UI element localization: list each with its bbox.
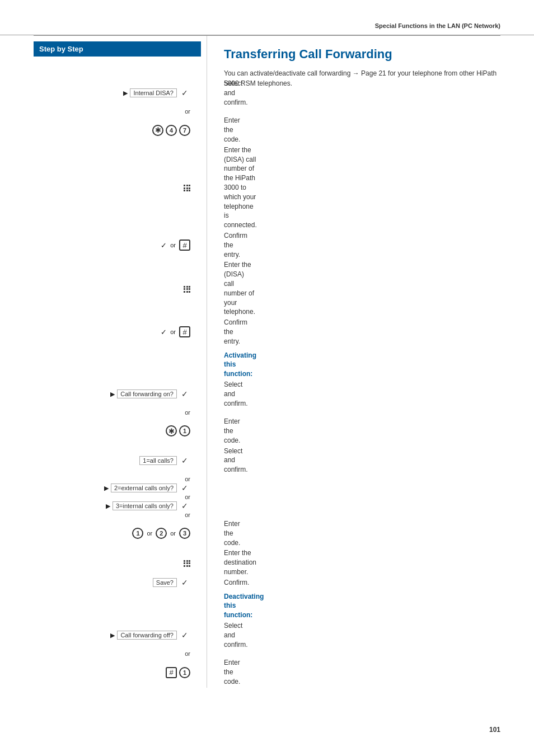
row-or1: or bbox=[34, 108, 201, 115]
row-or2: or bbox=[34, 409, 201, 416]
arrow-2-external: ▶ bbox=[104, 485, 109, 492]
row-check-or-hash1: ✓ or # Confirm the entry. bbox=[34, 231, 201, 259]
label-1-all-calls: 1=all calls? bbox=[139, 456, 177, 465]
num3-circle: 3 bbox=[179, 528, 190, 539]
left-2-external: ▶ 2=external calls only? ✓ bbox=[34, 483, 207, 492]
left-1-all-calls: 1=all calls? ✓ bbox=[34, 456, 207, 465]
or-text-ch1: or bbox=[170, 242, 176, 248]
num2-circle: 2 bbox=[156, 528, 167, 539]
left-code3: 1 or 2 or 3 bbox=[34, 528, 207, 539]
left-or1: or bbox=[34, 108, 207, 115]
left-or2: or bbox=[34, 409, 207, 416]
check-save: ✓ bbox=[179, 578, 190, 587]
step-by-step-label: Step by Step bbox=[34, 41, 201, 57]
row-3-internal: ▶ 3=internal calls only? ✓ bbox=[34, 501, 201, 510]
left-code1: ✱ 4 7 bbox=[34, 125, 207, 136]
keypad-icon-3 bbox=[184, 558, 190, 567]
label-internal-disa: Internal DISA? bbox=[130, 88, 177, 97]
arrow-internal-disa: ▶ bbox=[123, 90, 128, 97]
right-intro-column: Transferring Call Forwarding You can act… bbox=[207, 36, 500, 688]
left-code2: ✱ 1 bbox=[34, 425, 207, 436]
left-keypad2 bbox=[34, 284, 207, 293]
row-internal-disa: ▶ Internal DISA? ✓ Select and confirm. bbox=[34, 79, 201, 107]
num4-btn: 4 bbox=[166, 125, 177, 136]
left-column: Step by Step ▶ Internal DISA? ✓ Select a… bbox=[34, 36, 207, 688]
row-call-fwd-off: ▶ Call forwarding off? ✓ Select and conf… bbox=[34, 621, 201, 649]
hash-btn-1: # bbox=[179, 240, 190, 251]
row-1-all-calls: 1=all calls? ✓ Select and confirm. bbox=[34, 447, 201, 475]
label-call-fwd-on: Call forwarding on? bbox=[117, 389, 177, 398]
left-3-internal: ▶ 3=internal calls only? ✓ bbox=[34, 501, 207, 510]
left-call-fwd-on: ▶ Call forwarding on? ✓ bbox=[34, 389, 207, 398]
or-1-2: or bbox=[147, 530, 152, 537]
left-keypad3 bbox=[34, 558, 207, 567]
row-code3: 1 or 2 or 3 Enter the code. bbox=[34, 519, 201, 547]
or-2-3: or bbox=[170, 530, 176, 537]
check-2-external: ✓ bbox=[179, 483, 190, 492]
left-or6: or bbox=[34, 650, 207, 657]
or2-text: or bbox=[185, 409, 190, 416]
or-text-ch2: or bbox=[170, 328, 176, 335]
check-internal-disa: ✓ bbox=[179, 88, 190, 97]
row-code1: ✱ 4 7 Enter the code. bbox=[34, 116, 201, 144]
star-btn-2: ✱ bbox=[166, 425, 177, 436]
arrow-call-fwd-on: ▶ bbox=[110, 391, 115, 398]
num1-btn: 1 bbox=[179, 425, 190, 436]
left-or5: or bbox=[34, 511, 207, 518]
left-call-fwd-off: ▶ Call forwarding off? ✓ bbox=[34, 631, 207, 640]
header-title: Special Functions in the LAN (PC Network… bbox=[375, 22, 500, 29]
or4-text: or bbox=[185, 494, 190, 500]
intro-text: You can activate/deactivate call forward… bbox=[224, 68, 500, 88]
num1-circle: 1 bbox=[132, 528, 143, 539]
check-call-fwd-on: ✓ bbox=[179, 389, 190, 398]
left-or4: or bbox=[34, 494, 207, 500]
row-save: Save? ✓ Confirm. bbox=[34, 578, 201, 588]
or3-text: or bbox=[185, 476, 190, 482]
page-number: 101 bbox=[489, 726, 500, 734]
row-keypad2: Enter the (DISA) call number of your tel… bbox=[34, 260, 201, 317]
row-deactivating: Deactivating this function: bbox=[34, 592, 201, 620]
label-save: Save? bbox=[153, 578, 177, 587]
row-activating: Activating this function: bbox=[34, 351, 201, 379]
row-keypad1: Enter the (DISA) call number of the HiPa… bbox=[34, 145, 201, 230]
row-keypad3: Enter the destination number. bbox=[34, 548, 201, 576]
label-call-fwd-off: Call forwarding off? bbox=[117, 631, 177, 640]
check-1-all-calls: ✓ bbox=[179, 456, 190, 465]
check-call-fwd-off: ✓ bbox=[179, 631, 190, 640]
section-title: Transferring Call Forwarding bbox=[224, 47, 500, 62]
num7-btn: 7 bbox=[179, 125, 190, 136]
hash-btn-3: # bbox=[166, 667, 177, 678]
left-code4: # 1 bbox=[34, 667, 207, 678]
row-or6: or bbox=[34, 650, 201, 657]
arrow-3-internal: ▶ bbox=[106, 503, 110, 510]
keypad-icon-2 bbox=[184, 284, 190, 293]
star-btn-1: ✱ bbox=[152, 125, 163, 136]
left-internal-disa: ▶ Internal DISA? ✓ bbox=[34, 88, 207, 97]
check1: ✓ bbox=[161, 241, 167, 250]
left-check-hash2: ✓ or # bbox=[34, 326, 207, 337]
left-save: Save? ✓ bbox=[34, 578, 207, 587]
page-header: Special Functions in the LAN (PC Network… bbox=[0, 0, 534, 35]
row-code4: # 1 Enter the code. bbox=[34, 658, 201, 686]
hash-btn-2: # bbox=[179, 326, 190, 337]
arrow-call-fwd-off: ▶ bbox=[110, 632, 115, 639]
or5-text: or bbox=[185, 511, 190, 518]
check2: ✓ bbox=[161, 328, 167, 336]
row-code2: ✱ 1 Enter the code. bbox=[34, 417, 201, 445]
row-or5: or bbox=[34, 511, 201, 518]
left-or3: or bbox=[34, 476, 207, 482]
or6-text: or bbox=[185, 650, 190, 657]
keypad-icon-1 bbox=[184, 184, 190, 192]
row-2-external: ▶ 2=external calls only? ✓ bbox=[34, 483, 201, 492]
check-3-internal: ✓ bbox=[179, 501, 190, 510]
label-3-internal: 3=internal calls only? bbox=[113, 501, 177, 510]
left-check-hash1: ✓ or # bbox=[34, 240, 207, 251]
row-call-fwd-on: ▶ Call forwarding on? ✓ Select and confi… bbox=[34, 380, 201, 408]
row-or4: or bbox=[34, 494, 201, 500]
row-or3: or bbox=[34, 476, 201, 482]
or1-text: or bbox=[185, 108, 190, 115]
row-check-or-hash2: ✓ or # Confirm the entry. bbox=[34, 318, 201, 346]
label-2-external: 2=external calls only? bbox=[111, 483, 177, 492]
left-keypad1 bbox=[34, 184, 207, 192]
num1-btn-2: 1 bbox=[179, 667, 190, 678]
